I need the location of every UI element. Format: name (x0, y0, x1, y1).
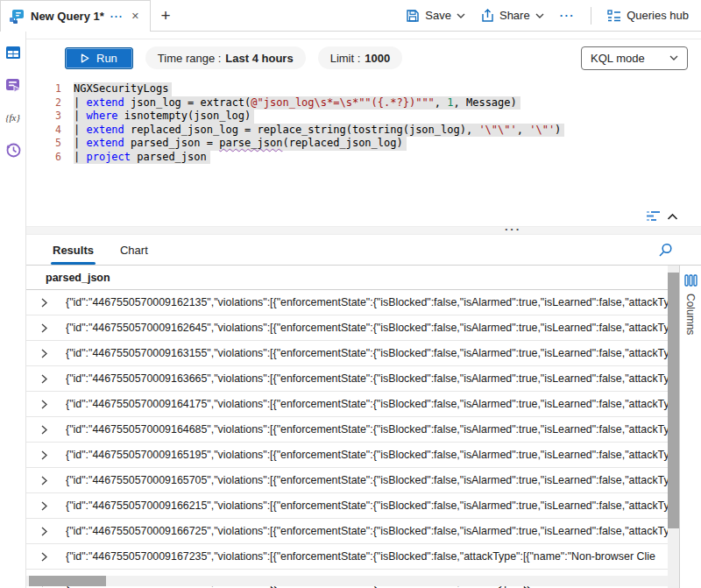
line-number: 5 (35, 137, 61, 151)
column-header-label: parsed_json (46, 272, 110, 284)
adx-logo-icon (9, 9, 25, 25)
code-line[interactable]: 4| extend replaced_json_log = replace_st… (35, 124, 701, 138)
new-tab-button[interactable]: + (151, 0, 181, 31)
queries-hub-button[interactable]: Queries hub (607, 9, 689, 22)
row-expander-icon[interactable] (41, 374, 55, 384)
row-json-text: {"id":"4467550570009165705","violations"… (66, 474, 668, 486)
table-row[interactable]: {"id":"4467550570009163155","violations"… (26, 341, 668, 366)
line-number: 4 (35, 124, 61, 138)
time-range-label: Time range : (158, 52, 222, 65)
results-table: parsed_json {"id":"4467550570009162135",… (26, 266, 668, 588)
row-expander-icon[interactable] (41, 527, 55, 536)
query-editor[interactable]: 1NGXSecurityLogs2| extend json_log = ext… (26, 76, 701, 226)
horizontal-scrollbar-thumb[interactable] (29, 576, 106, 586)
editor-corner-controls (646, 210, 678, 222)
query-tab[interactable]: New Query 1* ··· ✕ (0, 0, 151, 32)
code-text: | where isnotempty(json_log) (74, 110, 254, 124)
panel-splitter[interactable]: ··· (26, 226, 701, 235)
save-button[interactable]: Save (406, 9, 465, 23)
columns-icon (684, 274, 697, 287)
play-icon (81, 53, 89, 63)
row-json-text: {"id":"4467550570009167235","violations"… (66, 550, 655, 563)
table-row[interactable]: {"id":"4467550570009167235","violations"… (26, 544, 668, 570)
code-line[interactable]: 6| project parsed_json (35, 151, 701, 165)
share-button[interactable]: Share (481, 9, 544, 23)
row-expander-icon[interactable] (41, 400, 55, 409)
query-panel: Run Time range : Last 4 hours Limit : 10… (26, 39, 701, 226)
row-json-text: {"id":"4467550570009163155","violations"… (66, 347, 668, 359)
queries-hub-icon (607, 10, 621, 22)
splitter-handle-icon[interactable]: ··· (505, 223, 521, 236)
horizontal-scrollbar[interactable] (26, 576, 668, 586)
results-tab-strip: Results Chart (26, 235, 701, 266)
code-line[interactable]: 1NGXSecurityLogs (35, 82, 701, 96)
tab-results-label: Results (53, 244, 94, 257)
app-window: New Query 1* ··· ✕ + Save (0, 0, 701, 588)
divider (591, 7, 591, 25)
code-line[interactable]: 5| extend parsed_json = parse_json(repla… (35, 137, 701, 151)
format-lines-icon[interactable] (646, 210, 661, 222)
search-results-button[interactable] (658, 243, 673, 258)
columns-panel-tab[interactable]: Columns (679, 266, 701, 588)
tab-more-icon[interactable]: ··· (110, 11, 124, 23)
chevron-down-icon (669, 55, 678, 60)
share-icon (481, 9, 494, 23)
collapse-panel-icon[interactable] (667, 213, 678, 220)
columns-panel-label: Columns (684, 294, 697, 335)
time-range-value: Last 4 hours (225, 52, 293, 65)
row-expander-icon[interactable] (41, 450, 55, 460)
row-expander-icon[interactable] (41, 298, 55, 308)
row-expander-icon[interactable] (41, 323, 55, 333)
query-mode-select[interactable]: KQL mode (581, 46, 688, 70)
limit-value: 1000 (365, 52, 390, 65)
code-text: | extend json_log = extract(@"json_log\s… (74, 96, 520, 110)
table-row[interactable]: {"id":"4467550570009164175","violations"… (26, 392, 668, 417)
chevron-down-icon (535, 13, 544, 18)
table-row[interactable]: {"id":"4467550570009166215","violations"… (26, 493, 668, 519)
save-label: Save (425, 9, 451, 22)
results-body: parsed_json {"id":"4467550570009162135",… (26, 266, 701, 588)
queries-hub-label: Queries hub (627, 9, 689, 22)
more-actions-icon[interactable]: ··· (560, 9, 576, 22)
table-row[interactable]: {"id":"4467550570009165705","violations"… (26, 468, 668, 493)
table-row[interactable]: {"id":"4467550570009165195","violations"… (26, 443, 668, 468)
row-expander-icon[interactable] (41, 501, 55, 511)
vertical-scrollbar[interactable] (668, 266, 679, 588)
table-row[interactable]: {"id":"4467550570009164685","violations"… (26, 417, 668, 443)
functions-icon[interactable]: {fx} (4, 109, 22, 126)
table-row[interactable]: {"id":"4467550570009163665","violations"… (26, 366, 668, 392)
row-expander-icon[interactable] (41, 425, 55, 435)
tab-results[interactable]: Results (53, 235, 94, 265)
code-text: | extend parsed_json = parse_json(replac… (74, 137, 407, 151)
dashboards-icon[interactable] (4, 76, 22, 94)
tab-chart-label: Chart (120, 244, 148, 257)
results-panel: Results Chart parsed (26, 235, 701, 588)
run-label: Run (96, 52, 117, 65)
row-json-text: {"id":"4467550570009163665","violations"… (66, 372, 668, 385)
limit-picker[interactable]: Limit : 1000 (318, 46, 403, 69)
chevron-down-icon (457, 13, 465, 18)
toolbar-actions: Save Share ··· (406, 0, 701, 31)
row-expander-icon[interactable] (41, 476, 55, 485)
code-line[interactable]: 2| extend json_log = extract(@"json_log\… (35, 96, 701, 110)
table-row[interactable]: {"id":"4467550570009162645","violations"… (26, 315, 668, 341)
tab-title: New Query 1* (31, 10, 104, 23)
connections-table-icon[interactable] (4, 44, 22, 61)
line-number: 6 (35, 151, 61, 165)
vertical-scrollbar-thumb[interactable] (668, 273, 679, 528)
row-json-text: {"id":"4467550570009166215","violations"… (66, 499, 668, 512)
row-json-text: {"id":"4467550570009162645","violations"… (66, 322, 668, 334)
line-number: 1 (35, 82, 61, 96)
row-expander-icon[interactable] (41, 552, 55, 562)
row-expander-icon[interactable] (41, 349, 55, 358)
code-line[interactable]: 3| where isnotempty(json_log) (35, 110, 701, 124)
tab-chart[interactable]: Chart (120, 235, 148, 265)
history-icon[interactable] (4, 141, 22, 159)
run-button[interactable]: Run (65, 47, 133, 69)
code-text: | extend replaced_json_log = replace_str… (74, 124, 564, 138)
column-header[interactable]: parsed_json (26, 266, 668, 290)
close-tab-icon[interactable]: ✕ (130, 9, 141, 24)
time-range-picker[interactable]: Time range : Last 4 hours (145, 46, 306, 69)
table-row[interactable]: {"id":"4467550570009162135","violations"… (26, 290, 668, 315)
table-row[interactable]: {"id":"4467550570009166725","violations"… (26, 519, 668, 544)
